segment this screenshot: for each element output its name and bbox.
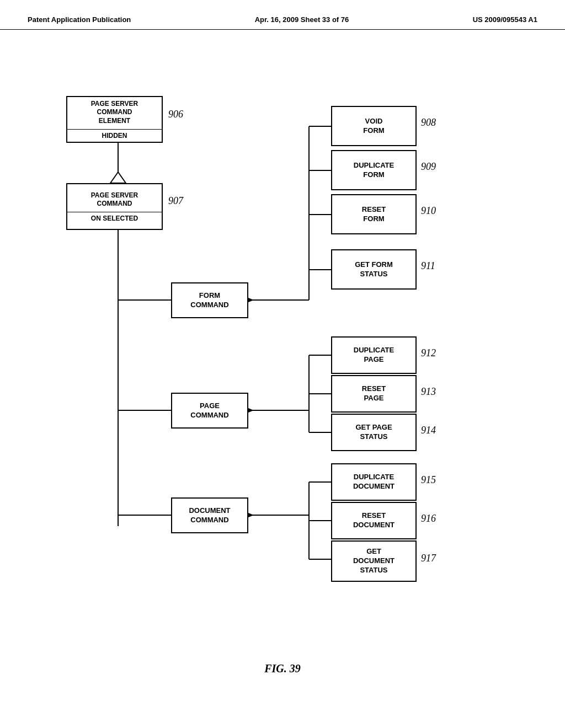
form-command-box: FORMCOMMAND [171, 282, 248, 318]
ref-909: 909 [421, 161, 436, 173]
header-center: Apr. 16, 2009 Sheet 33 of 76 [255, 15, 349, 24]
reset-form-box: RESETFORM [331, 194, 417, 234]
ref-914: 914 [421, 425, 436, 436]
ref-916: 916 [421, 513, 436, 524]
get-document-status-box: GETDOCUMENTSTATUS [331, 540, 417, 582]
page-server-cmd-box: PAGE SERVERCOMMAND ON SELECTED [66, 183, 163, 230]
ref-906: 906 [168, 109, 183, 120]
svg-marker-7 [248, 298, 254, 302]
get-page-status-box: GET PAGESTATUS [331, 414, 417, 451]
header-left: Patent Application Publication [28, 15, 131, 24]
page-server-cmd-bottom: ON SELECTED [67, 212, 162, 226]
page-header: Patent Application Publication Apr. 16, … [0, 0, 565, 30]
page-command-box: PAGECOMMAND [171, 393, 248, 429]
fig-label: FIG. 39 [264, 662, 301, 675]
page-server-element-bottom: HIDDEN [67, 130, 162, 143]
void-form-box: VOIDFORM [331, 106, 417, 146]
header-right: US 2009/095543 A1 [473, 15, 537, 24]
ref-910: 910 [421, 205, 436, 217]
ref-907: 907 [168, 195, 183, 207]
svg-marker-18 [248, 408, 254, 413]
duplicate-form-box: DUPLICATEFORM [331, 150, 417, 190]
svg-marker-27 [110, 172, 126, 183]
reset-document-box: RESETDOCUMENT [331, 502, 417, 539]
duplicate-document-box: DUPLICATEDOCUMENT [331, 463, 417, 501]
page-server-element-top: PAGE SERVERCOMMANDELEMENT [67, 97, 162, 130]
ref-917: 917 [421, 553, 436, 564]
ref-913: 913 [421, 386, 436, 398]
ref-911: 911 [421, 260, 435, 272]
page-server-cmd-top: PAGE SERVERCOMMAND [67, 188, 162, 212]
reset-page-box: RESETPAGE [331, 375, 417, 413]
ref-915: 915 [421, 474, 436, 486]
document-command-box: DOCUMENTCOMMAND [171, 497, 248, 533]
ref-912: 912 [421, 347, 436, 359]
get-form-status-box: GET FORMSTATUS [331, 249, 417, 290]
diagram-area: PAGE SERVERCOMMANDELEMENT HIDDEN 906 PAG… [0, 30, 565, 692]
duplicate-page-box: DUPLICATEPAGE [331, 336, 417, 374]
page-server-element-box: PAGE SERVERCOMMANDELEMENT HIDDEN [66, 96, 163, 143]
ref-908: 908 [421, 117, 436, 129]
svg-marker-25 [248, 513, 254, 517]
